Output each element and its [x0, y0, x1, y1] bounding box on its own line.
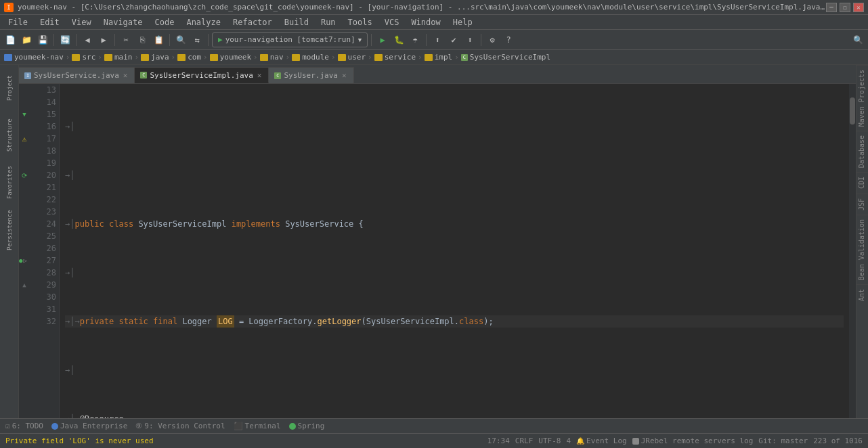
menu-item-edit[interactable]: Edit: [35, 16, 65, 28]
cdi-panel[interactable]: CDI: [856, 172, 868, 193]
toolbar-settings[interactable]: ⚙: [485, 32, 500, 47]
toolbar-sync[interactable]: 🔄: [58, 32, 72, 47]
spring-icon: [289, 423, 296, 430]
breadcrumb-item-main[interactable]: main: [104, 53, 133, 62]
menu-item-view[interactable]: View: [66, 16, 97, 28]
version-control-btn[interactable]: ⑨ 9: Version Control: [133, 420, 227, 432]
tab-sysuser-icon: C: [274, 72, 281, 79]
charset[interactable]: UTF-8: [538, 436, 561, 445]
maven-projects-panel[interactable]: Maven Projects: [856, 65, 868, 131]
menu-item-analyze[interactable]: Analyze: [181, 16, 226, 28]
breadcrumb-sep-10: ›: [418, 53, 422, 62]
git-status[interactable]: Git: master: [758, 436, 808, 445]
breadcrumb-item-service[interactable]: service: [374, 53, 416, 62]
breadcrumb-item-impl[interactable]: impl: [425, 53, 453, 62]
scrollbar-thumb[interactable]: [850, 97, 855, 125]
toolbar-copy[interactable]: ⎘: [135, 32, 150, 47]
toolbar-run[interactable]: ▶: [375, 32, 390, 47]
breadcrumb-item-youmeek-nav[interactable]: youmeek-nav: [4, 53, 64, 62]
breadcrumb-folder-icon: [210, 54, 218, 61]
event-log[interactable]: 🔔 Event Log: [576, 436, 627, 445]
breadcrumb-item-nav[interactable]: nav: [260, 53, 284, 62]
indent[interactable]: 4: [566, 436, 571, 445]
breadcrumb-sep-3: ›: [134, 53, 139, 62]
toolbar-vcs-commit[interactable]: ✔: [446, 32, 461, 47]
toolbar-new[interactable]: 📄: [3, 32, 18, 47]
toolbar-vcs-push[interactable]: ⬆: [462, 32, 477, 47]
menu-item-run[interactable]: Run: [316, 16, 341, 28]
breadcrumb-class-icon: C: [461, 54, 468, 61]
tab-sysuser-service-impl[interactable]: C SysUserServiceImpl.java ✕: [135, 67, 269, 83]
line-count-text: 223 of 1016: [813, 436, 863, 445]
toolbar-sep-4: [169, 34, 170, 46]
breadcrumb-item-sysuserserviceimpl[interactable]: CSysUserServiceImpl: [461, 53, 550, 62]
tab-close-sysuser[interactable]: ✕: [341, 70, 348, 81]
spring-btn[interactable]: Spring: [286, 420, 328, 432]
toolbar-debug[interactable]: 🐛: [391, 32, 406, 47]
breadcrumb-sep-6: ›: [253, 53, 258, 62]
breadcrumb-item-youmeek[interactable]: youmeek: [210, 53, 251, 62]
toolbar-sep-1: [53, 34, 54, 46]
vertical-scrollbar[interactable]: [849, 84, 856, 418]
toolbar-redo[interactable]: ▶: [96, 32, 111, 47]
jsf-panel[interactable]: JSF: [856, 194, 868, 215]
menu-item-build[interactable]: Build: [279, 16, 314, 28]
menu-item-help[interactable]: Help: [448, 16, 478, 28]
bottom-toolbar: ☑ 6: TODO Java Enterprise ⑨ 9: Version C…: [0, 418, 868, 433]
tab-sysuser[interactable]: C SysUser.java ✕: [269, 67, 353, 83]
database-panel[interactable]: Database: [856, 131, 868, 172]
code-editor[interactable]: →│ →│ →│public class SysUserServiceImpl …: [60, 84, 849, 418]
gutter-line-29: ▲ 29: [19, 279, 59, 291]
toolbar-help[interactable]: ?: [501, 32, 516, 47]
breadcrumb-item-src[interactable]: src: [72, 53, 95, 62]
persistence-panel-btn[interactable]: Persistence: [2, 210, 17, 250]
breadcrumb-label: SysUserServiceImpl: [470, 53, 550, 62]
toolbar-sep-6: [371, 34, 372, 46]
minimize-button[interactable]: ─: [826, 3, 837, 12]
toolbar-save[interactable]: 💾: [35, 32, 50, 47]
breadcrumb-item-module[interactable]: module: [292, 53, 329, 62]
menu-item-window[interactable]: Window: [406, 16, 446, 28]
menu-item-file[interactable]: File: [3, 16, 33, 28]
toolbar-coverage[interactable]: ☂: [408, 32, 422, 47]
gutter-line-28: 28: [19, 267, 59, 279]
toolbar-open[interactable]: 📁: [19, 32, 34, 47]
menu-item-tools[interactable]: Tools: [343, 16, 378, 28]
tab-close-sysuser-service-impl[interactable]: ✕: [256, 70, 263, 81]
structure-panel-btn[interactable]: Structure: [2, 115, 17, 156]
gutter-line-24: 24: [19, 218, 59, 230]
menu-item-navigate[interactable]: Navigate: [98, 16, 148, 28]
todo-panel-btn[interactable]: ☑ 6: TODO: [3, 420, 46, 432]
java-enterprise-btn[interactable]: Java Enterprise: [49, 420, 130, 432]
toolbar-replace[interactable]: ⇆: [190, 32, 204, 47]
toolbar-vcs-update[interactable]: ⬆: [430, 32, 445, 47]
menu-item-refactor[interactable]: Refactor: [227, 16, 278, 28]
ant-panel[interactable]: Ant: [856, 284, 868, 305]
menu-item-vcs[interactable]: VCS: [379, 16, 405, 28]
toolbar-paste[interactable]: 📋: [151, 32, 166, 47]
cursor-position[interactable]: 17:34: [487, 436, 510, 445]
toolbar-cut[interactable]: ✂: [118, 32, 133, 47]
favorites-panel-btn[interactable]: Favorites: [2, 162, 17, 203]
breadcrumb-folder-icon: [72, 54, 80, 61]
breadcrumb-item-user[interactable]: user: [338, 53, 366, 62]
terminal-btn[interactable]: ⬛ Terminal: [231, 420, 284, 432]
maximize-button[interactable]: ☐: [840, 3, 850, 12]
project-panel-btn[interactable]: Project: [2, 68, 17, 108]
event-log-icon: 🔔: [576, 437, 584, 445]
tab-sysuser-service[interactable]: I SysUserService.java ✕: [19, 67, 135, 83]
breadcrumb-item-com[interactable]: com: [177, 53, 201, 62]
left-panel: Project Structure Favorites Persistence: [0, 65, 19, 418]
run-config-dropdown[interactable]: ▶ your-navigation [tomcat7:run] ▼: [212, 32, 368, 47]
toolbar-search-everywhere[interactable]: 🔍: [850, 32, 865, 47]
bean-validation-panel[interactable]: Bean Validation: [856, 215, 868, 284]
toolbar-undo[interactable]: ◀: [80, 32, 95, 47]
breadcrumb-item-java[interactable]: java: [141, 53, 169, 62]
tab-close-sysuser-service[interactable]: ✕: [122, 70, 129, 81]
jrebel-log[interactable]: JRebel remote servers log: [632, 436, 754, 445]
toolbar-find[interactable]: 🔍: [173, 32, 188, 47]
line-separator[interactable]: CRLF: [515, 436, 534, 445]
menu-item-code[interactable]: Code: [150, 16, 180, 28]
gutter-line-30: 30: [19, 291, 59, 303]
close-button[interactable]: ✕: [853, 3, 864, 12]
